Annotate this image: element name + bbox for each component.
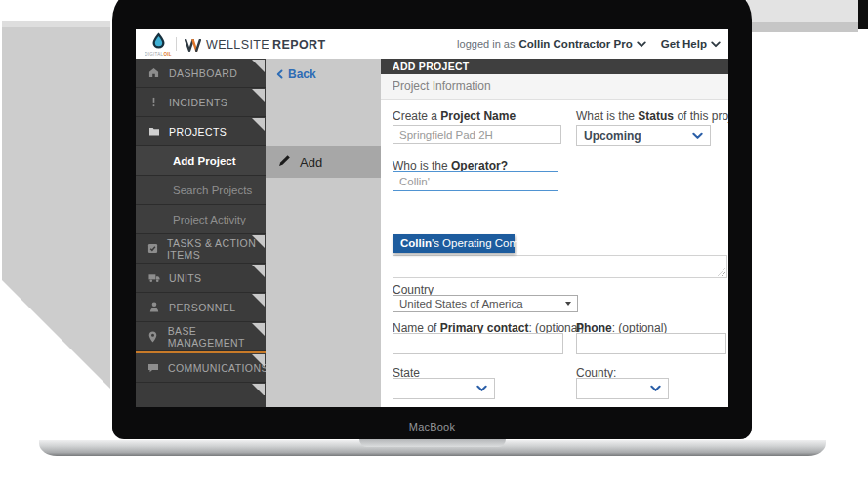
person-icon [147,302,160,312]
fold-corner-icon [252,294,265,307]
chevron-left-icon [276,69,283,79]
operator-input[interactable] [393,171,558,191]
chevron-down-icon [476,385,487,392]
get-help-label: Get Help [661,38,707,50]
sidebar-item-partial [136,383,266,395]
status-value: Upcoming [584,129,641,143]
sidebar-item-label: Add Project [173,155,236,167]
sidebar-item-projects[interactable]: PROJECTS [136,117,266,146]
map-pin-icon [147,331,159,343]
state-select[interactable] [393,378,495,399]
macbook-base-notch [359,439,506,447]
fold-corner-icon [252,60,265,72]
primary-contact-input[interactable] [393,333,563,354]
page: MacBook DIGITALOIL WELLSITEREPORT logged… [0,0,868,492]
fold-corner-icon [252,265,265,277]
sidebar-item-label: PERSONNEL [169,302,235,313]
brand-title: WELLSITEREPORT [206,38,326,52]
sidebar-item-units[interactable]: UNITS [136,264,266,293]
sidebar-item-base-management[interactable]: BASE MANAGEMENT [136,322,266,351]
page-title: ADD PROJECT [381,59,728,74]
background-shadow-right [747,0,858,32]
caret-down-icon [565,302,571,306]
app-screen: DIGITALOIL WELLSITEREPORT logged in as C… [136,29,728,407]
project-name-input[interactable] [393,125,561,144]
add-label: Add [300,155,322,170]
folder-icon [147,126,160,137]
back-label: Back [288,67,316,81]
pencil-icon [278,153,291,171]
fold-corner-icon [252,323,265,336]
fold-corner-icon [252,384,265,395]
get-help-menu[interactable]: Get Help [661,38,721,50]
project-name-label: Create a Project Name [393,109,516,123]
fold-corner-icon [252,89,265,102]
fold-corner-icon [252,354,265,367]
user-name: Collin Contractor Pro [518,38,632,50]
sidebar-item-label: COMMUNICATIONS [168,362,266,374]
app-header: DIGITALOIL WELLSITEREPORT logged in as C… [136,29,728,59]
phone-input[interactable] [576,333,726,354]
notes-textarea[interactable] [393,255,727,278]
chat-icon [147,363,159,373]
logo-subtext: DIGITALOIL [145,53,172,57]
home-icon [147,67,160,78]
sidebar-item-label: BASE MANAGEMENT [168,325,266,348]
digitaloil-logo: DIGITALOIL [145,32,172,57]
status-select[interactable]: Upcoming [576,125,711,146]
truck-icon [147,273,160,283]
header-divider [176,37,177,51]
fold-corner-icon [252,235,265,248]
alert-icon [147,97,160,107]
logged-in-prefix: logged in as [457,38,515,50]
background-edge-sliver [858,0,868,29]
sidebar-item-label: UNITS [169,272,202,284]
sidebar-item-label: DASHBOARD [169,67,237,79]
sidebar-nav: DASHBOARDINCIDENTSPROJECTSAdd ProjectSea… [136,59,266,407]
section-header: Project Information [381,74,728,100]
chevron-down-icon [692,132,703,140]
background-shadow-left [2,21,110,389]
sidebar-item-search-projects[interactable]: Search Projects [136,176,266,205]
back-button[interactable]: Back [276,67,316,81]
subnav-item-add[interactable]: Add [266,146,381,178]
wellsite-w-icon [185,38,201,56]
sidebar-item-personnel[interactable]: PERSONNEL [136,293,266,322]
sidebar-item-communications[interactable]: COMMUNICATIONS [136,353,266,383]
sidebar-item-label: Search Projects [173,184,252,196]
main-content: ADD PROJECT Project Information Create a… [381,59,728,407]
droplet-icon [151,35,166,52]
user-menu[interactable]: logged in as Collin Contractor Pro [457,38,646,50]
sidebar-item-tasks-action-items[interactable]: TASKS & ACTION ITEMS [136,234,266,264]
sidebar-item-label: INCIDENTS [169,97,227,108]
macbook-label: MacBook [112,421,752,432]
tasks-icon [147,243,158,254]
sidebar-item-label: PROJECTS [169,126,227,138]
county-select[interactable] [576,378,669,399]
fold-corner-icon [252,118,265,131]
secondary-sidebar: Back Add [266,59,381,407]
sidebar-item-label: TASKS & ACTION ITEMS [167,237,266,261]
status-label: What is the Status of this project? [576,109,728,123]
add-project-form: Create a Project Name What is the Status… [381,100,728,407]
sidebar-item-incidents[interactable]: INCIDENTS [136,88,266,117]
country-select[interactable]: United States of America [393,295,578,312]
sidebar-item-add-project[interactable]: Add Project [136,146,266,176]
country-value: United States of America [399,298,523,309]
sidebar-item-dashboard[interactable]: DASHBOARD [136,59,266,88]
header-right: logged in as Collin Contractor Pro Get H… [457,29,721,59]
operator-suggestion[interactable]: Collin's Operating Company [393,234,515,253]
chevron-down-icon [711,41,721,48]
sidebar-item-project-activity[interactable]: Project Activity [136,205,266,234]
sidebar-item-label: Project Activity [173,214,246,226]
chevron-down-icon [650,385,661,392]
chevron-down-icon [637,41,646,48]
